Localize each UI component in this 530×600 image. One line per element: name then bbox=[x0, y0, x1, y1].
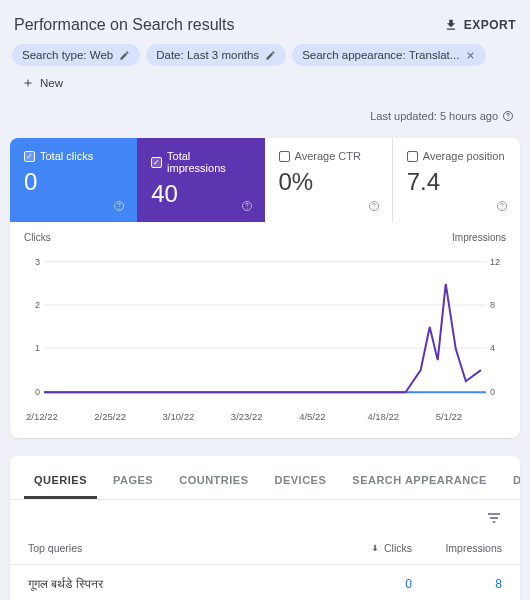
tab-pages[interactable]: PAGES bbox=[103, 464, 163, 499]
new-label: New bbox=[40, 77, 63, 89]
svg-text:4: 4 bbox=[490, 343, 495, 353]
plus-icon bbox=[22, 77, 34, 89]
right-axis-label: Impressions bbox=[452, 232, 506, 243]
filter-chips: Search type: Web Date: Last 3 months Sea… bbox=[10, 44, 520, 100]
chip-date[interactable]: Date: Last 3 months bbox=[146, 44, 286, 66]
metric-label: Average CTR bbox=[295, 150, 361, 162]
header-impressions[interactable]: Impressions bbox=[412, 542, 502, 554]
metric-average-ctr[interactable]: Average CTR 0% bbox=[265, 138, 393, 222]
metric-value: 40 bbox=[151, 180, 250, 208]
download-icon bbox=[444, 18, 458, 32]
svg-text:0: 0 bbox=[490, 387, 495, 397]
svg-text:2: 2 bbox=[35, 300, 40, 310]
header-clicks[interactable]: Clicks bbox=[322, 542, 412, 554]
chart-area: Clicks Impressions 3 2 1 0 bbox=[10, 222, 520, 438]
table-header: Top queries Clicks Impressions bbox=[10, 532, 520, 565]
svg-text:12: 12 bbox=[490, 257, 500, 267]
left-axis-label: Clicks bbox=[24, 232, 51, 243]
tabs-bar: QUERIES PAGES COUNTRIES DEVICES SEARCH A… bbox=[10, 456, 520, 500]
chip-search-type[interactable]: Search type: Web bbox=[12, 44, 140, 66]
last-updated-text: Last updated: 5 hours ago bbox=[370, 110, 498, 122]
metric-label: Average position bbox=[423, 150, 505, 162]
close-icon[interactable] bbox=[465, 50, 476, 61]
metrics-card: ✓ Total clicks 0 ✓ Total impressions 40 … bbox=[10, 138, 520, 438]
help-icon[interactable] bbox=[113, 200, 125, 212]
chip-label: Date: Last 3 months bbox=[156, 49, 259, 61]
export-button[interactable]: EXPORT bbox=[444, 18, 516, 32]
metric-label: Total impressions bbox=[167, 150, 250, 174]
chip-search-appearance[interactable]: Search appearance: Translat... bbox=[292, 44, 486, 66]
checkbox-checked-icon: ✓ bbox=[24, 151, 35, 162]
metric-label: Total clicks bbox=[40, 150, 93, 162]
checkbox-unchecked-icon bbox=[279, 151, 290, 162]
tab-countries[interactable]: COUNTRIES bbox=[169, 464, 258, 499]
clicks-cell: 0 bbox=[322, 577, 412, 591]
x-axis-ticks: 2/12/22 2/25/22 3/10/22 3/23/22 4/5/22 4… bbox=[24, 407, 506, 422]
metric-value: 0% bbox=[279, 168, 378, 196]
metric-total-impressions[interactable]: ✓ Total impressions 40 bbox=[137, 138, 264, 222]
tab-search-appearance[interactable]: SEARCH APPEARANCE bbox=[342, 464, 497, 499]
chip-label: Search appearance: Translat... bbox=[302, 49, 459, 61]
tab-devices[interactable]: DEVICES bbox=[265, 464, 337, 499]
edit-icon bbox=[265, 50, 276, 61]
help-icon[interactable] bbox=[502, 110, 514, 122]
new-filter-button[interactable]: New bbox=[12, 72, 73, 94]
filter-icon[interactable] bbox=[486, 510, 502, 526]
tab-queries[interactable]: QUERIES bbox=[24, 464, 97, 499]
metric-value: 0 bbox=[24, 168, 123, 196]
chart-svg: 3 2 1 0 12 8 4 0 bbox=[24, 247, 506, 407]
export-label: EXPORT bbox=[464, 18, 516, 32]
help-icon[interactable] bbox=[496, 200, 508, 212]
tab-dates[interactable]: DATES bbox=[503, 464, 520, 499]
metric-total-clicks[interactable]: ✓ Total clicks 0 bbox=[10, 138, 137, 222]
help-icon[interactable] bbox=[241, 200, 253, 212]
impressions-cell: 8 bbox=[412, 577, 502, 591]
metric-value: 7.4 bbox=[407, 168, 506, 196]
chip-label: Search type: Web bbox=[22, 49, 113, 61]
header-query: Top queries bbox=[28, 542, 322, 554]
impressions-line bbox=[44, 284, 481, 392]
edit-icon bbox=[119, 50, 130, 61]
svg-text:8: 8 bbox=[490, 300, 495, 310]
last-updated: Last updated: 5 hours ago bbox=[10, 100, 520, 138]
help-icon[interactable] bbox=[368, 200, 380, 212]
table-card: QUERIES PAGES COUNTRIES DEVICES SEARCH A… bbox=[10, 456, 520, 600]
metric-average-position[interactable]: Average position 7.4 bbox=[393, 138, 520, 222]
sort-down-icon bbox=[370, 543, 380, 553]
svg-text:3: 3 bbox=[35, 257, 40, 267]
table-row[interactable]: गूगल बर्थडे स्पिनर 0 8 bbox=[10, 565, 520, 600]
page-title: Performance on Search results bbox=[14, 16, 235, 34]
checkbox-unchecked-icon bbox=[407, 151, 418, 162]
svg-text:1: 1 bbox=[35, 343, 40, 353]
svg-text:0: 0 bbox=[35, 387, 40, 397]
query-cell: गूगल बर्थडे स्पिनर bbox=[28, 577, 322, 591]
checkbox-checked-icon: ✓ bbox=[151, 157, 162, 168]
